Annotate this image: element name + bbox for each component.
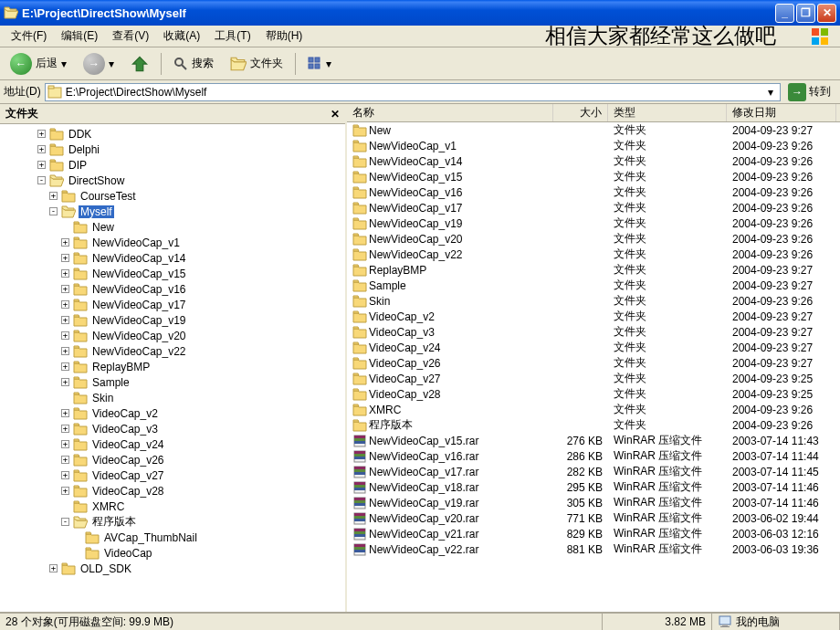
list-row[interactable]: NewVideoCap_v22.rar881 KBWinRAR 压缩文件2003… — [347, 541, 840, 557]
tree-node[interactable]: +NewVideoCap_v17 — [2, 297, 343, 312]
tree-toggle[interactable]: + — [61, 254, 69, 262]
column-type[interactable]: 类型 — [608, 104, 727, 121]
tree-node[interactable]: +NewVideoCap_v20 — [2, 328, 343, 343]
tree-toggle[interactable]: + — [49, 564, 58, 572]
column-name[interactable]: 名称 — [347, 104, 553, 121]
dropdown-icon[interactable]: ▾ — [768, 86, 773, 99]
up-button[interactable] — [124, 50, 155, 78]
list-row[interactable]: VideoCap_v3文件夹2004-09-23 9:27 — [347, 324, 840, 340]
list-row[interactable]: NewVideoCap_v19文件夹2004-09-23 9:26 — [347, 215, 840, 231]
search-button[interactable]: 搜索 — [167, 50, 220, 78]
tree-node[interactable]: +DDK — [2, 126, 343, 142]
tree-node[interactable]: +CourseTest — [2, 188, 343, 204]
tree-toggle[interactable]: + — [37, 130, 46, 138]
tree-node[interactable]: +ReplayBMP — [2, 359, 343, 374]
list-row[interactable]: VideoCap_v24文件夹2004-09-23 9:27 — [347, 340, 840, 355]
tree-node[interactable]: -程序版本 — [2, 514, 343, 530]
list-row[interactable]: Skin文件夹2004-09-23 9:26 — [347, 293, 840, 309]
list-row[interactable]: NewVideoCap_v17.rar282 KBWinRAR 压缩文件2003… — [347, 464, 840, 479]
tree-toggle[interactable]: + — [61, 425, 69, 433]
tree-node[interactable]: +NewVideoCap_v16 — [2, 281, 343, 297]
list-row[interactable]: NewVideoCap_v17文件夹2004-09-23 9:26 — [347, 200, 840, 215]
tree-node[interactable]: XMRC — [2, 499, 343, 514]
list-row[interactable]: NewVideoCap_v1文件夹2004-09-23 9:26 — [347, 138, 840, 153]
views-button[interactable]: ▾ — [301, 50, 338, 78]
tree-node[interactable]: +VideoCap_v28 — [2, 483, 343, 499]
column-size[interactable]: 大小 — [553, 104, 608, 121]
tree-toggle[interactable]: - — [49, 207, 58, 215]
tree-node[interactable]: New — [2, 219, 343, 235]
list-row[interactable]: NewVideoCap_v14文件夹2004-09-23 9:26 — [347, 153, 840, 169]
menu-item[interactable]: 收藏(A) — [156, 26, 207, 46]
list-row[interactable]: VideoCap_v28文件夹2004-09-23 9:25 — [347, 386, 840, 402]
tree-toggle[interactable]: + — [37, 161, 46, 169]
tree-node[interactable]: +NewVideoCap_v15 — [2, 266, 343, 281]
list-row[interactable]: NewVideoCap_v22文件夹2004-09-23 9:26 — [347, 247, 840, 262]
tree-node[interactable]: +Delphi — [2, 142, 343, 157]
folder-tree[interactable]: +DDK+Delphi+DIP-DirectShow+CourseTest-My… — [0, 124, 345, 612]
tree-toggle[interactable]: + — [49, 192, 58, 200]
back-button[interactable]: ← 后退 ▾ — [4, 50, 73, 78]
menu-item[interactable]: 文件(F) — [4, 26, 54, 46]
tree-node[interactable]: AVCap_ThumbNail — [2, 530, 343, 545]
tree-node[interactable]: +NewVideoCap_v14 — [2, 250, 343, 266]
menu-item[interactable]: 编辑(E) — [54, 26, 105, 46]
list-row[interactable]: NewVideoCap_v20.rar771 KBWinRAR 压缩文件2003… — [347, 510, 840, 526]
menu-item[interactable]: 查看(V) — [105, 26, 156, 46]
tree-node[interactable]: +NewVideoCap_v19 — [2, 312, 343, 328]
tree-node[interactable]: +DIP — [2, 157, 343, 173]
tree-toggle[interactable]: - — [61, 518, 69, 526]
tree-node[interactable]: +VideoCap_v2 — [2, 405, 343, 421]
menu-item[interactable]: 帮助(H) — [258, 26, 310, 46]
tree-node[interactable]: -DirectShow — [2, 173, 343, 188]
tree-node[interactable]: +VideoCap_v3 — [2, 421, 343, 436]
tree-node[interactable]: Skin — [2, 390, 343, 405]
list-row[interactable]: VideoCap_v2文件夹2004-09-23 9:27 — [347, 309, 840, 324]
tree-toggle[interactable]: + — [61, 456, 69, 464]
list-row[interactable]: VideoCap_v26文件夹2004-09-23 9:27 — [347, 355, 840, 371]
tree-node[interactable]: +NewVideoCap_v22 — [2, 343, 343, 359]
tree-node[interactable]: VideoCap — [2, 545, 343, 561]
tree-node[interactable]: +VideoCap_v27 — [2, 467, 343, 483]
tree-node[interactable]: +OLD_SDK — [2, 561, 343, 576]
list-row[interactable]: NewVideoCap_v15.rar276 KBWinRAR 压缩文件2003… — [347, 433, 840, 448]
tree-toggle[interactable]: + — [61, 285, 69, 293]
tree-node[interactable]: +NewVideoCap_v1 — [2, 235, 343, 250]
tree-toggle[interactable]: + — [61, 316, 69, 324]
tree-toggle[interactable]: + — [61, 440, 69, 448]
tree-toggle[interactable]: + — [61, 378, 69, 386]
list-row[interactable]: NewVideoCap_v20文件夹2004-09-23 9:26 — [347, 231, 840, 247]
list-row[interactable]: ReplayBMP文件夹2004-09-23 9:27 — [347, 262, 840, 278]
tree-node[interactable]: +VideoCap_v26 — [2, 452, 343, 467]
list-row[interactable]: NewVideoCap_v16文件夹2004-09-23 9:26 — [347, 184, 840, 200]
tree-toggle[interactable]: + — [61, 238, 69, 247]
tree-toggle[interactable]: - — [37, 176, 46, 184]
column-date[interactable]: 修改日期 — [727, 104, 836, 121]
folders-button[interactable]: 文件夹 — [224, 50, 289, 78]
tree-toggle[interactable]: + — [61, 409, 69, 417]
list-row[interactable]: NewVideoCap_v15文件夹2004-09-23 9:26 — [347, 169, 840, 184]
go-button[interactable]: → 转到 — [782, 83, 836, 101]
list-row[interactable]: New文件夹2004-09-23 9:27 — [347, 122, 840, 138]
tree-toggle[interactable]: + — [61, 471, 69, 479]
tree-toggle[interactable]: + — [61, 331, 69, 340]
tree-toggle[interactable]: + — [61, 487, 69, 495]
list-row[interactable]: NewVideoCap_v18.rar295 KBWinRAR 压缩文件2003… — [347, 479, 840, 495]
tree-toggle[interactable]: + — [37, 145, 46, 153]
minimize-button[interactable]: _ — [775, 4, 794, 23]
address-input[interactable] — [45, 83, 781, 101]
list-row[interactable]: VideoCap_v27文件夹2004-09-23 9:25 — [347, 371, 840, 386]
tree-node[interactable]: +Sample — [2, 374, 343, 390]
close-button[interactable]: ✕ — [817, 4, 836, 23]
list-row[interactable]: NewVideoCap_v19.rar305 KBWinRAR 压缩文件2003… — [347, 495, 840, 510]
tree-node[interactable]: +VideoCap_v24 — [2, 436, 343, 452]
list-row[interactable]: NewVideoCap_v16.rar286 KBWinRAR 压缩文件2003… — [347, 448, 840, 464]
maximize-button[interactable]: ❐ — [796, 4, 815, 23]
tree-toggle[interactable]: + — [61, 300, 69, 309]
list-row[interactable]: 程序版本文件夹2004-09-23 9:26 — [347, 417, 840, 433]
tree-toggle[interactable]: + — [61, 269, 69, 278]
sidebar-close-button[interactable]: ✕ — [331, 108, 340, 121]
tree-node[interactable]: -Myself — [2, 204, 343, 219]
tree-toggle[interactable]: + — [61, 362, 69, 371]
forward-button[interactable]: → ▾ — [77, 50, 121, 78]
